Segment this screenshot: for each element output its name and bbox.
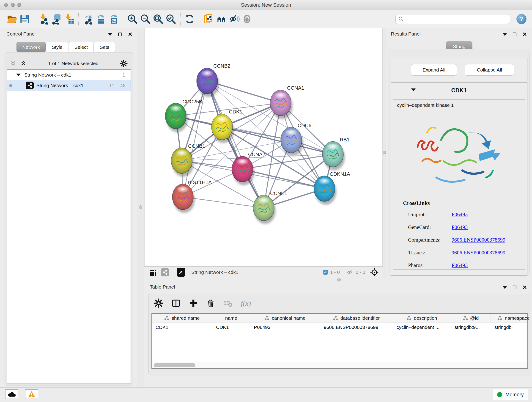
- grid-view-icon[interactable]: [149, 268, 157, 276]
- warnings-button[interactable]: [25, 389, 38, 399]
- panel-menu-icon[interactable]: [503, 286, 507, 289]
- close-panel-icon[interactable]: ✕: [128, 32, 133, 37]
- table-cell[interactable]: P06493: [250, 322, 320, 332]
- column-header-shared-name[interactable]: shared name: [152, 314, 212, 322]
- crosslink-link[interactable]: P06493: [452, 224, 468, 230]
- node-details-box: CDK1 cyclin–dependent kinase 1: [391, 82, 527, 276]
- delete-column-icon[interactable]: [206, 298, 215, 308]
- network-collection-row[interactable]: String Network – cdk1 1: [7, 70, 131, 80]
- help-button[interactable]: ?: [516, 14, 526, 24]
- collapse-all-button[interactable]: Collapse All: [465, 64, 514, 76]
- column-header-namespace[interactable]: namespace: [491, 314, 532, 322]
- table-cell[interactable]: cyclin–dependent ...: [393, 322, 451, 332]
- crosslink-link[interactable]: 9606.ENSP00000378699: [452, 237, 505, 243]
- tab-sets[interactable]: Sets: [94, 42, 115, 53]
- network-node-cdk1[interactable]: CDK1: [211, 109, 242, 143]
- table-cell[interactable]: CDK1: [152, 322, 212, 332]
- float-panel-icon[interactable]: [513, 286, 516, 289]
- selected-checkbox[interactable]: ✓: [323, 270, 328, 274]
- column-header-database-identifier[interactable]: database identifier: [320, 314, 393, 322]
- network-row[interactable]: String Network – cdk1 11 48: [7, 80, 131, 91]
- collection-expander-icon[interactable]: [16, 74, 21, 76]
- collection-name: String Network – cdk1: [24, 72, 71, 78]
- table-cell[interactable]: stringdb:9...: [451, 322, 491, 332]
- network-node-ccnb2[interactable]: CCNB2: [196, 63, 230, 97]
- crosslink-label: Uniprot:: [408, 211, 426, 217]
- table-hscrollbar[interactable]: [152, 362, 527, 368]
- crosslink-link[interactable]: 9606.ENSP00000378699: [452, 250, 505, 256]
- import-table-file-icon[interactable]: [63, 13, 76, 26]
- float-panel-icon[interactable]: [513, 32, 516, 36]
- close-panel-icon[interactable]: ✕: [522, 32, 527, 37]
- delete-table-icon[interactable]: [223, 298, 233, 308]
- network-node-ccna1[interactable]: CCNA1: [270, 85, 304, 119]
- memory-button[interactable]: Memory: [493, 389, 528, 400]
- network-node-cdc6[interactable]: CDC6: [281, 123, 311, 156]
- float-panel-icon[interactable]: [118, 32, 122, 36]
- scrollbar-thumb[interactable]: [154, 363, 196, 367]
- clone-network-icon[interactable]: [202, 13, 215, 26]
- zoom-selected-icon[interactable]: [165, 13, 177, 26]
- expand-all-icon[interactable]: [20, 60, 27, 67]
- tab-select[interactable]: Select: [69, 42, 94, 53]
- open-session-icon[interactable]: [6, 13, 18, 26]
- network-node-cdkn1a[interactable]: CDKN1A: [314, 171, 350, 205]
- right-splitter[interactable]: [383, 28, 386, 278]
- table-row[interactable]: CDK1CDK1P064939606.ENSP00000378699cyclin…: [152, 322, 527, 332]
- network-canvas[interactable]: CCNB2CCNA1CDC25BCDK1CDC6RB1CCNB1CCNA2CDK…: [144, 28, 383, 266]
- splitter-handle[interactable]: [383, 151, 386, 154]
- show-columns-icon[interactable]: [171, 298, 181, 308]
- panel-menu-icon[interactable]: [108, 33, 112, 36]
- search-input[interactable]: [404, 16, 507, 22]
- show-eye-icon[interactable]: [241, 13, 253, 26]
- collapse-all-icon[interactable]: [10, 60, 17, 67]
- column-header-name[interactable]: name: [212, 314, 250, 322]
- birds-eye-toggle-icon[interactable]: [177, 268, 185, 277]
- table-cell[interactable]: stringdb: [491, 322, 532, 332]
- table-settings-gear-icon[interactable]: [154, 298, 163, 308]
- column-header-canonical-name[interactable]: canonical name: [250, 314, 320, 322]
- share-view-icon[interactable]: [161, 268, 169, 276]
- export-image-icon[interactable]: [107, 13, 120, 26]
- splitter-handle[interactable]: [337, 278, 341, 281]
- zoom-out-icon[interactable]: [139, 13, 152, 26]
- expand-all-button[interactable]: Expand All: [411, 64, 457, 76]
- close-panel-icon[interactable]: ✕: [522, 285, 527, 290]
- import-network-database-icon[interactable]: [50, 13, 63, 26]
- network-node-rb1[interactable]: RB1: [322, 137, 350, 170]
- function-builder-icon[interactable]: f(x): [241, 299, 251, 307]
- cloud-button[interactable]: [5, 389, 18, 399]
- tab-network[interactable]: Network: [17, 42, 46, 53]
- column-header-description[interactable]: description: [393, 314, 451, 322]
- network-node-hist1h1a[interactable]: HIST1H1A: [172, 179, 212, 213]
- network-edge[interactable]: [207, 81, 264, 208]
- gear-icon[interactable]: [120, 60, 128, 67]
- refresh-icon[interactable]: [183, 13, 196, 26]
- splitter-handle[interactable]: [139, 205, 142, 209]
- crosslink-link[interactable]: P06493: [452, 262, 468, 268]
- table-cell[interactable]: 9606.ENSP00000378699: [320, 322, 393, 332]
- tab-style[interactable]: Style: [46, 42, 68, 53]
- add-column-icon[interactable]: [189, 298, 198, 308]
- hide-eye-icon[interactable]: [228, 13, 241, 26]
- zoom-fit-icon[interactable]: [152, 13, 165, 26]
- bottom-splitter[interactable]: [144, 278, 532, 281]
- crosslink-link[interactable]: P06493: [452, 211, 468, 217]
- hidden-eye-icon[interactable]: [346, 269, 353, 276]
- export-table-icon[interactable]: [94, 13, 107, 26]
- crosslinks-title: CrossLinks: [403, 200, 430, 206]
- node-details-header[interactable]: CDK1: [391, 83, 527, 99]
- export-network-icon[interactable]: [82, 13, 94, 26]
- save-session-icon[interactable]: [18, 13, 31, 26]
- homes-icon[interactable]: [215, 13, 228, 26]
- zoom-in-icon[interactable]: [126, 13, 139, 26]
- network-edge[interactable]: [242, 169, 324, 189]
- column-header--id[interactable]: @id: [451, 314, 491, 322]
- panel-menu-icon[interactable]: [503, 33, 507, 36]
- network-edge[interactable]: [183, 197, 264, 208]
- node-label: RB1: [340, 137, 350, 143]
- import-network-file-icon[interactable]: [37, 13, 50, 26]
- left-splitter[interactable]: [137, 28, 144, 387]
- table-cell[interactable]: CDK1: [212, 322, 250, 332]
- crosshair-icon[interactable]: [370, 268, 379, 277]
